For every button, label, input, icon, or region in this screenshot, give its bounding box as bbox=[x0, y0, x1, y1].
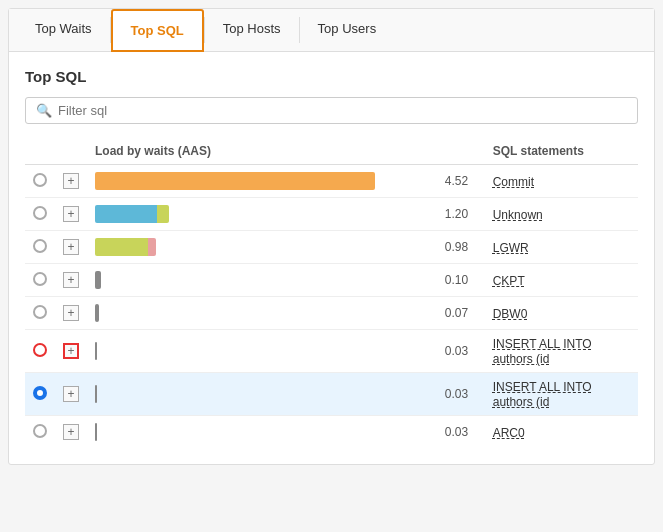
bar-value: 0.03 bbox=[445, 387, 477, 401]
tab-top-waits[interactable]: Top Waits bbox=[17, 9, 110, 51]
radio-button[interactable] bbox=[33, 305, 47, 319]
tab-top-sql[interactable]: Top SQL bbox=[111, 9, 204, 52]
bar-value: 0.03 bbox=[445, 425, 477, 439]
bar-cell: 4.52 bbox=[95, 171, 477, 191]
bar-cell: 0.10 bbox=[95, 270, 477, 290]
search-box[interactable]: 🔍 bbox=[25, 97, 638, 124]
bar-cell: 0.03 bbox=[95, 341, 477, 361]
radio-button[interactable] bbox=[33, 386, 47, 400]
radio-button[interactable] bbox=[33, 424, 47, 438]
bar-value: 0.07 bbox=[445, 306, 477, 320]
expand-icon[interactable]: + bbox=[63, 305, 79, 321]
sql-statement-link[interactable]: CKPT bbox=[493, 274, 525, 288]
search-input[interactable] bbox=[58, 103, 627, 118]
table-row: +0.98LGWR bbox=[25, 231, 638, 264]
table-row: +0.03INSERT ALL INTO authors (id bbox=[25, 373, 638, 416]
expand-icon[interactable]: + bbox=[63, 424, 79, 440]
bar-segment bbox=[148, 238, 156, 256]
tab-top-users[interactable]: Top Users bbox=[300, 9, 395, 51]
tab-top-hosts[interactable]: Top Hosts bbox=[205, 9, 299, 51]
bar-segment bbox=[95, 385, 97, 403]
bar-container bbox=[95, 341, 437, 361]
expand-icon[interactable]: + bbox=[63, 386, 79, 402]
radio-button[interactable] bbox=[33, 173, 47, 187]
bar-segment bbox=[95, 304, 99, 322]
bar-container bbox=[95, 237, 437, 257]
search-icon: 🔍 bbox=[36, 103, 52, 118]
bar bbox=[95, 304, 99, 322]
expand-icon[interactable]: + bbox=[63, 206, 79, 222]
bar-container bbox=[95, 303, 437, 323]
sql-statement-link[interactable]: ARC0 bbox=[493, 426, 525, 440]
table-row: +0.03INSERT ALL INTO authors (id bbox=[25, 330, 638, 373]
bar-value: 0.03 bbox=[445, 344, 477, 358]
bar bbox=[95, 172, 375, 190]
content-area: Top SQL 🔍 Load by waits (AAS) SQL statem… bbox=[9, 52, 654, 464]
table-row: +0.03ARC0 bbox=[25, 416, 638, 449]
radio-button[interactable] bbox=[33, 343, 47, 357]
bar-cell: 0.98 bbox=[95, 237, 477, 257]
bar bbox=[95, 238, 156, 256]
bar bbox=[95, 423, 97, 441]
col-header-load: Load by waits (AAS) bbox=[87, 138, 485, 165]
bar-value: 4.52 bbox=[445, 174, 477, 188]
radio-button[interactable] bbox=[33, 239, 47, 253]
bar-value: 0.10 bbox=[445, 273, 477, 287]
sql-statement-link[interactable]: DBW0 bbox=[493, 307, 528, 321]
bar bbox=[95, 342, 97, 360]
bar bbox=[95, 385, 97, 403]
radio-button[interactable] bbox=[33, 272, 47, 286]
bar-value: 1.20 bbox=[445, 207, 477, 221]
bar-segment bbox=[95, 423, 97, 441]
sql-statement-link[interactable]: Unknown bbox=[493, 208, 543, 222]
bar-cell: 1.20 bbox=[95, 204, 477, 224]
sql-statement-link[interactable]: Commit bbox=[493, 175, 534, 189]
bar-cell: 0.03 bbox=[95, 422, 477, 442]
table-row: +0.07DBW0 bbox=[25, 297, 638, 330]
bar-container bbox=[95, 171, 437, 191]
bar-container bbox=[95, 270, 437, 290]
col-header-radio bbox=[25, 138, 55, 165]
table-row: +0.10CKPT bbox=[25, 264, 638, 297]
expand-icon[interactable]: + bbox=[63, 239, 79, 255]
expand-icon[interactable]: + bbox=[63, 173, 79, 189]
expand-icon[interactable]: + bbox=[63, 272, 79, 288]
table-row: +1.20Unknown bbox=[25, 198, 638, 231]
bar-segment bbox=[95, 238, 148, 256]
bar bbox=[95, 271, 101, 289]
tab-bar: Top Waits Top SQL Top Hosts Top Users bbox=[9, 9, 654, 52]
sql-statement-link[interactable]: INSERT ALL INTO authors (id bbox=[493, 337, 592, 366]
bar-container bbox=[95, 384, 437, 404]
bar-segment bbox=[157, 205, 169, 223]
bar bbox=[95, 205, 169, 223]
radio-button[interactable] bbox=[33, 206, 47, 220]
table-row: +4.52Commit bbox=[25, 165, 638, 198]
bar-value: 0.98 bbox=[445, 240, 477, 254]
bar-segment bbox=[95, 342, 97, 360]
main-container: Top Waits Top SQL Top Hosts Top Users To… bbox=[8, 8, 655, 465]
bar-segment bbox=[95, 271, 101, 289]
bar-segment bbox=[95, 205, 157, 223]
col-header-expand bbox=[55, 138, 87, 165]
bar-container bbox=[95, 422, 437, 442]
bar-cell: 0.07 bbox=[95, 303, 477, 323]
col-header-sql: SQL statements bbox=[485, 138, 638, 165]
bar-segment bbox=[95, 172, 375, 190]
section-title: Top SQL bbox=[25, 68, 638, 85]
sql-statement-link[interactable]: LGWR bbox=[493, 241, 529, 255]
bar-container bbox=[95, 204, 437, 224]
sql-statement-link[interactable]: INSERT ALL INTO authors (id bbox=[493, 380, 592, 409]
expand-icon[interactable]: + bbox=[63, 343, 79, 359]
sql-table: Load by waits (AAS) SQL statements +4.52… bbox=[25, 138, 638, 448]
bar-cell: 0.03 bbox=[95, 384, 477, 404]
